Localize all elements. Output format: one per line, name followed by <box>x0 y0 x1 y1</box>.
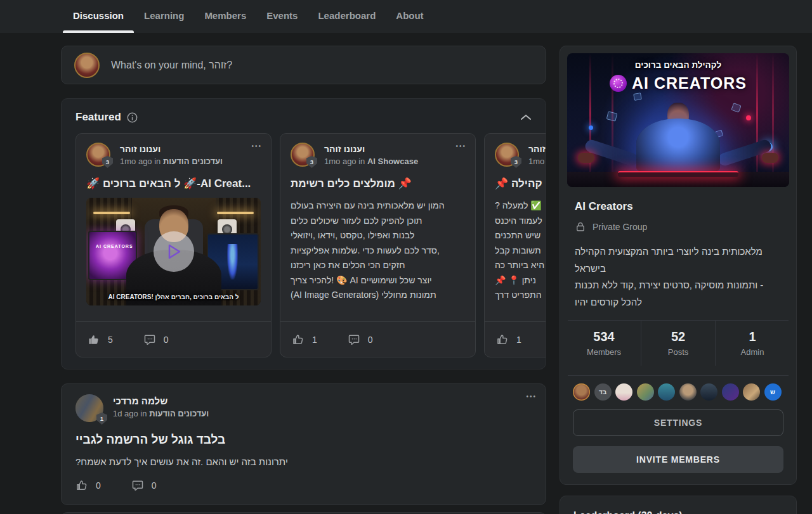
comment-icon <box>348 333 360 346</box>
author-name[interactable]: מרדכי שלמה <box>113 394 209 406</box>
more-icon[interactable]: ••• <box>455 143 466 150</box>
like-count: 1 <box>312 335 317 345</box>
group-description: הקהילה המקצועית ביותר ליוצרי בינה מלאכות… <box>575 243 782 311</box>
privacy-label: Private Group <box>593 222 647 232</box>
light-bar <box>217 212 254 214</box>
post-body: ? למעלה ✅היכנס לעמודהתכנים שישקבל תשובות… <box>495 198 546 303</box>
comment-count: 0 <box>164 335 169 345</box>
featured-post-card[interactable]: 3 זוהר וענונו 1mo 📌 קהילה ? למעלה ✅היכנס… <box>484 133 546 357</box>
group-stats: 534 Members 52 Posts 1 Admin <box>567 321 789 366</box>
member-avatar[interactable] <box>700 383 717 401</box>
post-body: בעולם היצירה עם בינה מלאכותית יש המוןכלי… <box>291 198 465 303</box>
invite-members-button[interactable]: INVITE MEMBERS <box>573 446 783 473</box>
member-avatar[interactable]: ש <box>764 383 782 401</box>
member-avatar[interactable] <box>615 383 632 401</box>
member-avatar[interactable] <box>573 383 590 401</box>
tab-events[interactable]: Events <box>256 0 308 33</box>
caption-hebrew: אהלן חברים, ברוכים הבאים ל <box>155 293 239 300</box>
comment-count: 0 <box>152 480 157 491</box>
like-count: 5 <box>108 335 113 345</box>
stat-posts[interactable]: 52 Posts <box>641 321 715 366</box>
thumbs-up-icon <box>292 333 304 346</box>
post-meta: 1mo <box>528 157 546 166</box>
feed-post[interactable]: ••• 1 מרדכי שלמה 1d ago in הודעות ועדכונ… <box>61 383 546 505</box>
like-button[interactable] <box>292 333 304 346</box>
like-count: 1 <box>516 335 521 345</box>
author-name[interactable]: זוהר וענונו <box>324 143 418 154</box>
post-meta: 1d ago in הודעות ועדכונים <box>113 409 209 418</box>
comment-icon <box>143 333 156 346</box>
group-banner-image[interactable]: ברוכים הבאים לקהילת AI CREATORS <box>567 53 789 187</box>
tab-learning[interactable]: Learning <box>134 0 194 33</box>
stat-members[interactable]: 534 Members <box>567 321 641 366</box>
avatar[interactable]: 3 <box>86 143 110 167</box>
thumbs-up-icon <box>75 479 88 492</box>
leaderboard-card: Leaderboard (30-days) <box>560 496 797 514</box>
play-icon <box>167 244 181 259</box>
author-name[interactable]: זוהר וענונו <box>120 143 223 154</box>
featured-post-card[interactable]: ••• 3 זוהר וענונו 1mo ago in AI Showcase… <box>280 133 476 357</box>
post-title[interactable]: 📌 קהילה <box>495 177 546 190</box>
featured-post-card[interactable]: ••• 3 זוהר וענונו 1mo ago in הודעות ועדכ… <box>75 133 272 357</box>
featured-title: Featured <box>75 111 121 124</box>
post-title[interactable]: לגביי הרשמה של גוגל בלבד <box>75 433 532 447</box>
stat-label: Members <box>587 347 621 357</box>
banner-welcome-text: ברוכים הבאים לקהילת <box>567 60 789 70</box>
member-avatar[interactable] <box>722 383 739 401</box>
stat-admins[interactable]: 1 Admin <box>715 321 789 366</box>
group-name: AI Creators <box>575 200 782 213</box>
author-name[interactable]: זוהר וענונו <box>528 143 546 154</box>
more-icon[interactable]: ••• <box>526 393 537 400</box>
member-avatar[interactable]: בד <box>594 383 612 401</box>
lock-icon <box>575 221 586 233</box>
avatar[interactable]: 3 <box>495 143 519 167</box>
space-name[interactable]: הודעות ועדכונים <box>149 409 209 418</box>
member-avatar[interactable] <box>637 383 654 401</box>
group-sidebar: ברוכים הבאים לקהילת AI CREATORS AI Creat… <box>560 46 797 485</box>
video-thumbnail[interactable]: AI CREATORS AI CREATORS! אהלן חברים, ברו… <box>86 198 261 305</box>
leaderboard-title: Leaderboard (30-days) <box>573 510 783 514</box>
settings-button[interactable]: SETTINGS <box>573 409 783 436</box>
like-button[interactable] <box>496 333 509 346</box>
tab-bar: Discussion Learning Members Events Leade… <box>0 0 812 33</box>
brain-logo-icon <box>610 75 627 92</box>
post-meta: 1mo ago in AI Showcase <box>324 157 418 166</box>
post-title[interactable]: 🚀 ברוכים הבאים ל 🚀-AI Creat... <box>86 177 261 190</box>
comment-icon <box>131 479 144 492</box>
banner-brand-text: AI CREATORS <box>632 74 747 93</box>
post-time: 1mo ago in <box>120 157 160 166</box>
tab-leaderboard[interactable]: Leaderboard <box>308 0 386 33</box>
post-composer[interactable]: What's on your mind, זוהר? <box>61 46 546 84</box>
post-meta: 1mo ago in הודעות ועדכונים <box>120 157 223 166</box>
video-caption: AI CREATORS! אהלן חברים, ברוכים הבאים ל <box>86 293 261 300</box>
play-button[interactable] <box>154 231 194 272</box>
like-button[interactable] <box>75 479 88 492</box>
like-button[interactable] <box>88 333 100 346</box>
space-name[interactable]: הודעות ועדכונים <box>163 157 223 166</box>
avatar[interactable]: 3 <box>291 143 315 167</box>
post-body: ?אשמח לדעת איך עושים את זה. והאם יש בזה … <box>75 456 532 467</box>
light-bar <box>93 212 130 214</box>
chevron-up-icon[interactable] <box>520 113 532 121</box>
stat-label: Posts <box>668 347 689 357</box>
space-name[interactable]: AI Showcase <box>367 157 418 166</box>
tab-about[interactable]: About <box>386 0 433 33</box>
screen-label: AI CREATORS <box>96 244 133 248</box>
tab-members[interactable]: Members <box>194 0 256 33</box>
post-title[interactable]: רשימת כלים מומלצים 📌 <box>291 177 465 190</box>
member-avatar[interactable] <box>658 383 675 401</box>
info-icon[interactable] <box>127 112 138 123</box>
more-icon[interactable]: ••• <box>251 143 262 150</box>
featured-carousel: ••• 3 זוהר וענונו 1mo ago in הודעות ועדכ… <box>62 133 546 357</box>
caption-latin: AI CREATORS! <box>108 293 154 300</box>
level-badge: 3 <box>306 156 317 168</box>
comment-button[interactable] <box>131 479 144 492</box>
tab-discussion[interactable]: Discussion <box>63 0 134 33</box>
stat-value: 534 <box>593 330 614 344</box>
comment-button[interactable] <box>348 333 360 346</box>
member-avatar[interactable] <box>743 383 760 401</box>
member-avatar[interactable] <box>679 383 697 401</box>
avatar[interactable]: 1 <box>75 394 103 422</box>
comment-button[interactable] <box>143 333 156 346</box>
avatar <box>74 53 100 78</box>
